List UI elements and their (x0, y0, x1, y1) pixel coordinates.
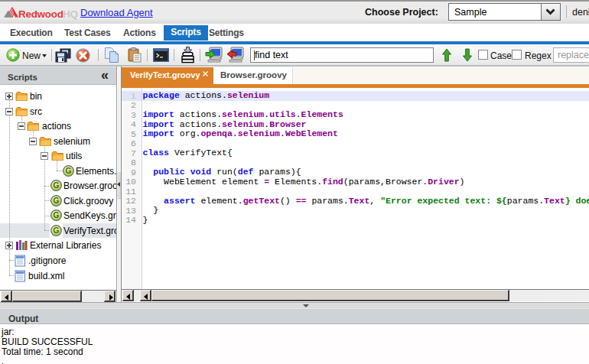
svg-text:HQ: HQ (63, 8, 78, 20)
svg-text:Redwood: Redwood (18, 8, 63, 20)
